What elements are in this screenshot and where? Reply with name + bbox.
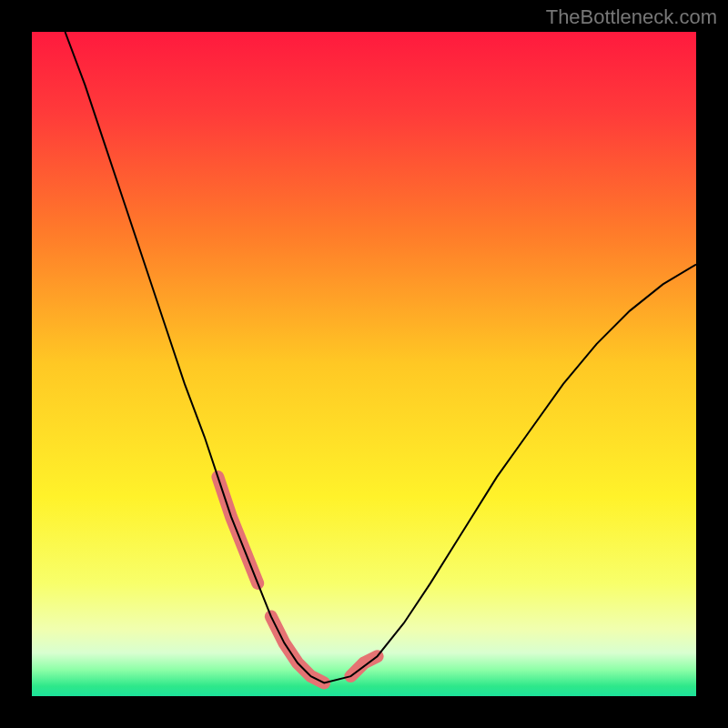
bottleneck-curve [66,32,697,682]
bottom-highlight [271,616,324,682]
plot-area [32,32,696,696]
watermark-text: TheBottleneck.com [546,5,717,29]
chart-frame: TheBottleneck.com [0,0,728,728]
curve-layer [32,32,696,696]
